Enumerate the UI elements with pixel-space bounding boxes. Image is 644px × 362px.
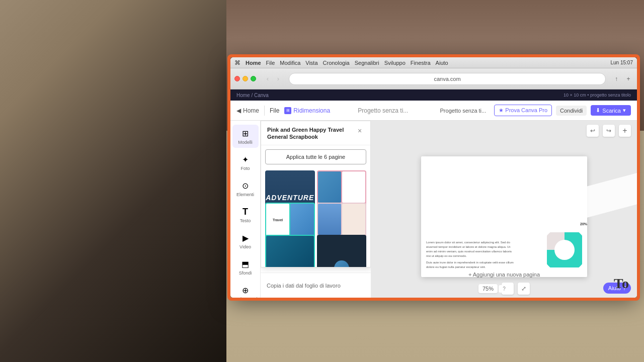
dark-circle (334, 260, 349, 267)
mac-menubar: ⌘ Home File Modifica Vista Cronologia Se… (230, 57, 637, 68)
modelli-icon: ⊞ (240, 128, 251, 139)
toolbar-separator (264, 106, 265, 116)
url-text: canva.com (434, 76, 460, 82)
sidebar-item-foto[interactable]: ✦ Foto (232, 151, 259, 174)
address-bar[interactable]: canva.com (289, 73, 606, 85)
testo-label: Testo (240, 218, 251, 223)
scarica-chevron: ▾ (623, 107, 626, 114)
tmpl-teal-cell-2 (290, 204, 313, 237)
sidebar-item-caricamenti[interactable]: ⊕ Caricamenti (232, 282, 259, 298)
mountain-cell-2 (342, 204, 365, 235)
breadcrumb-bar: Home / Canva 10 × 10 cm • progetto senza… (230, 89, 637, 101)
file-menu-button[interactable]: File (270, 107, 279, 114)
menubar-file[interactable]: File (266, 60, 275, 66)
page-number: ? (499, 285, 510, 293)
resize-icon: ⊞ (284, 107, 291, 114)
home-label: Home (243, 107, 259, 114)
canva-toolbar: ◀ Home File ⊞ Ridimensiona Progetto senz… (230, 101, 637, 121)
canvas-text-para2: Duis aute irure dolor in reprehenderit i… (426, 260, 517, 269)
canvas-page[interactable]: Lorem ipsum dolor sit amet, consectetur … (421, 156, 587, 277)
svg-point-2 (554, 240, 575, 260)
scarica-label: Scarica (602, 108, 621, 114)
scarica-button[interactable]: ⬇ Scarica ▾ (591, 105, 631, 116)
menubar-safari[interactable]: Home (246, 60, 261, 66)
condividi-button[interactable]: Condividi (556, 106, 587, 116)
sidebar-item-elementi[interactable]: ⊙ Elementi (232, 177, 259, 200)
add-element-button[interactable]: + (619, 125, 631, 137)
elementi-icon: ⊙ (240, 180, 251, 191)
sidebar-item-modelli[interactable]: ⊞ Modelli (232, 125, 259, 148)
apply-all-label: Applica tutte le 6 pagine (286, 154, 345, 160)
resize-label: Ridimensiona (293, 107, 330, 114)
toolbar-right: Progetto senza ti... ★ Prova Canva Pro C… (436, 105, 631, 116)
popup-close-button[interactable]: × (355, 126, 364, 135)
forward-button[interactable]: › (274, 74, 283, 83)
pie-chart-container: Elemento 3 25% 20% (547, 232, 582, 269)
minimize-button[interactable] (243, 76, 248, 81)
left-sidebar: ⊞ Modelli ✦ Foto ⊙ Elementi T Testo ▶ (230, 121, 261, 298)
back-button[interactable]: ‹ (263, 74, 272, 83)
template-dark[interactable] (317, 235, 367, 267)
browser-right-buttons: ↑ + (612, 74, 633, 83)
home-button[interactable]: ◀ Home (236, 107, 259, 114)
undo-button[interactable]: ↩ (587, 125, 599, 137)
traffic-lights (234, 76, 256, 81)
fullscreen-button[interactable] (251, 76, 256, 81)
menubar-vista[interactable]: Vista (305, 60, 317, 66)
sidebar-item-testo[interactable]: T Testo (232, 203, 259, 226)
menubar-sviluppo[interactable]: Sviluppo (384, 60, 406, 66)
add-page-button[interactable]: + Aggiungi una nuova pagina (468, 272, 540, 278)
close-button[interactable] (234, 76, 240, 81)
template-panel: 🔍 Cerca modelli ⊞ Pink and Green Happy T… (261, 121, 371, 298)
home-arrow-icon: ◀ (236, 107, 241, 114)
template-popup: Pink and Green Happy Travel General Scra… (261, 121, 371, 267)
zoom-indicator[interactable]: 75% (478, 284, 498, 293)
sidebar-item-sfondi[interactable]: ⬒ Sfondi (232, 255, 259, 279)
share-icon[interactable]: ↑ (612, 74, 621, 83)
popup-header: Pink and Green Happy Travel General Scra… (261, 121, 370, 145)
zoom-level: 75% (482, 286, 494, 292)
foto-icon: ✦ (240, 154, 251, 165)
tmpl-teal-cell-1: Travel (266, 204, 289, 237)
redo-button[interactable]: ↪ (603, 125, 615, 137)
copy-label[interactable]: Copia i dati dal foglio di lavoro (267, 283, 341, 289)
adventure-text: ADVENTURE (266, 194, 314, 202)
canvas-text-content: Lorem ipsum dolor sit amet, consectetur … (426, 240, 517, 269)
canvas-text-para1: Lorem ipsum dolor sit amet, consectetur … (426, 240, 517, 258)
tmpl-pink-cell-1 (318, 171, 341, 203)
pie-chart-svg (547, 232, 582, 267)
caricamenti-label: Caricamenti (233, 297, 258, 298)
resize-button[interactable]: ⊞ Ridimensiona (284, 107, 330, 114)
testo-icon: T (240, 206, 251, 217)
sidebar-item-video[interactable]: ▶ Video (232, 229, 259, 252)
tmpl-pink-cell-2 (342, 171, 365, 203)
elementi-label: Elementi (236, 192, 254, 197)
add-tab-icon[interactable]: + (624, 74, 633, 83)
popup-title: Pink and Green Happy Travel General Scra… (267, 126, 355, 141)
mac-window: ⌘ Home File Modifica Vista Cronologia Se… (230, 57, 637, 298)
menubar-right: Lun 15:07 (611, 60, 633, 65)
canva-main: ⊞ Modelli ✦ Foto ⊙ Elementi T Testo ▶ (230, 121, 637, 298)
download-icon: ⬇ (596, 107, 600, 114)
menubar-segnalibri[interactable]: Segnalibri (355, 60, 379, 66)
template-twophoto[interactable] (265, 235, 315, 267)
menubar-finestra[interactable]: Finestra (411, 60, 431, 66)
add-page-label: + Aggiungi una nuova pagina (468, 272, 540, 278)
mountain-cell-1 (318, 204, 341, 235)
toolbar-title[interactable]: Progetto senza ti... (335, 107, 431, 114)
prova-canva-button[interactable]: ★ Prova Canva Pro (494, 105, 552, 116)
fullscreen-button[interactable]: ⤢ (518, 283, 530, 295)
to-text: To (614, 276, 629, 291)
canvas-area: ↩ ↪ + Lorem ipsum dolor sit amet, consec… (371, 121, 637, 298)
menubar-cronologia[interactable]: Cronologia (323, 60, 350, 66)
nav-buttons: ‹ › (263, 74, 283, 83)
progetto-button[interactable]: Progetto senza ti... (436, 106, 491, 116)
browser-chrome: ‹ › canva.com ↑ + (230, 68, 637, 89)
apple-logo-icon: ⌘ (234, 59, 240, 66)
sfondi-label: Sfondi (239, 270, 252, 276)
apply-all-button[interactable]: Applica tutte le 6 pagine (265, 149, 366, 164)
menubar-modifica[interactable]: Modifica (280, 60, 300, 66)
twophoto-cell-1 (266, 236, 314, 267)
menubar-time: Lun 15:07 (611, 60, 633, 65)
menubar-aiuto[interactable]: Aiuto (436, 60, 448, 66)
